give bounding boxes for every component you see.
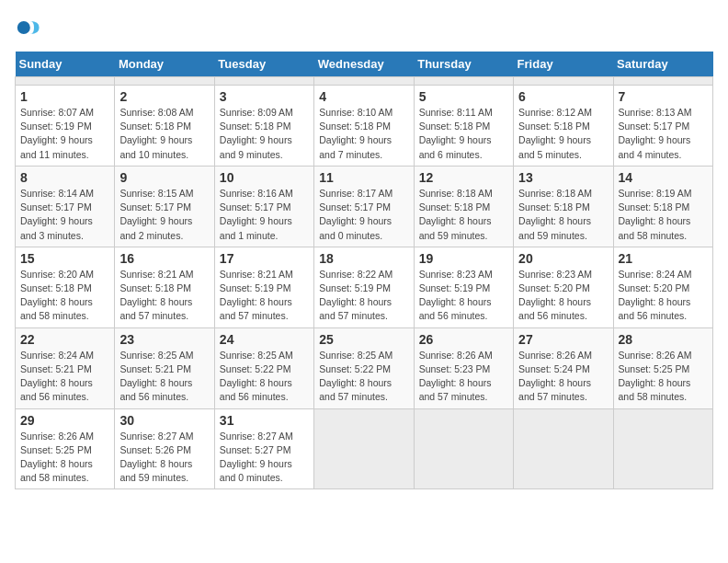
calendar-week-1: 1Sunrise: 8:07 AM Sunset: 5:19 PM Daylig… <box>16 86 713 167</box>
page-header <box>15 15 713 40</box>
calendar-week-5: 29Sunrise: 8:26 AM Sunset: 5:25 PM Dayli… <box>16 408 713 489</box>
calendar-cell: 8Sunrise: 8:14 AM Sunset: 5:17 PM Daylig… <box>16 166 115 247</box>
day-number: 24 <box>220 332 309 347</box>
day-number: 18 <box>319 251 408 266</box>
day-number: 11 <box>319 170 408 185</box>
calendar-cell <box>514 77 613 86</box>
day-number: 15 <box>20 251 109 266</box>
day-number: 28 <box>619 332 708 347</box>
day-info: Sunrise: 8:18 AM Sunset: 5:18 PM Dayligh… <box>518 187 608 243</box>
calendar-week-3: 15Sunrise: 8:20 AM Sunset: 5:18 PM Dayli… <box>16 247 713 327</box>
day-number: 27 <box>518 332 608 347</box>
calendar-cell: 16Sunrise: 8:21 AM Sunset: 5:18 PM Dayli… <box>115 247 214 327</box>
day-info: Sunrise: 8:15 AM Sunset: 5:17 PM Dayligh… <box>119 187 209 243</box>
calendar-cell: 27Sunrise: 8:26 AM Sunset: 5:24 PM Dayli… <box>514 327 613 408</box>
day-info: Sunrise: 8:17 AM Sunset: 5:17 PM Dayligh… <box>319 187 408 243</box>
calendar-cell: 13Sunrise: 8:18 AM Sunset: 5:18 PM Dayli… <box>514 166 613 247</box>
day-number: 21 <box>619 251 708 266</box>
calendar-cell <box>314 77 414 86</box>
day-number: 31 <box>220 413 309 428</box>
day-number: 7 <box>619 89 708 104</box>
day-number: 16 <box>119 251 209 266</box>
calendar-cell: 23Sunrise: 8:25 AM Sunset: 5:21 PM Dayli… <box>115 327 214 408</box>
calendar-cell: 20Sunrise: 8:23 AM Sunset: 5:20 PM Dayli… <box>514 247 613 327</box>
weekday-monday: Monday <box>115 52 214 77</box>
calendar-cell: 3Sunrise: 8:09 AM Sunset: 5:18 PM Daylig… <box>214 86 313 167</box>
svg-point-0 <box>17 21 30 34</box>
calendar-cell: 14Sunrise: 8:19 AM Sunset: 5:18 PM Dayli… <box>613 166 712 247</box>
day-info: Sunrise: 8:21 AM Sunset: 5:19 PM Dayligh… <box>220 268 309 324</box>
day-number: 22 <box>20 332 109 347</box>
calendar-cell: 6Sunrise: 8:12 AM Sunset: 5:18 PM Daylig… <box>514 86 613 167</box>
day-info: Sunrise: 8:20 AM Sunset: 5:18 PM Dayligh… <box>20 268 109 324</box>
calendar-week-0 <box>16 77 713 86</box>
calendar-cell: 29Sunrise: 8:26 AM Sunset: 5:25 PM Dayli… <box>16 408 115 489</box>
day-info: Sunrise: 8:08 AM Sunset: 5:18 PM Dayligh… <box>119 106 209 162</box>
day-number: 25 <box>319 332 408 347</box>
day-info: Sunrise: 8:19 AM Sunset: 5:18 PM Dayligh… <box>619 187 708 243</box>
calendar-cell: 26Sunrise: 8:26 AM Sunset: 5:23 PM Dayli… <box>414 327 513 408</box>
day-info: Sunrise: 8:23 AM Sunset: 5:20 PM Dayligh… <box>518 268 608 324</box>
calendar-cell: 24Sunrise: 8:25 AM Sunset: 5:22 PM Dayli… <box>214 327 313 408</box>
weekday-thursday: Thursday <box>414 52 513 77</box>
weekday-friday: Friday <box>514 52 613 77</box>
calendar-cell: 21Sunrise: 8:24 AM Sunset: 5:20 PM Dayli… <box>613 247 712 327</box>
day-number: 5 <box>419 89 508 104</box>
day-info: Sunrise: 8:09 AM Sunset: 5:18 PM Dayligh… <box>220 106 309 162</box>
day-info: Sunrise: 8:27 AM Sunset: 5:27 PM Dayligh… <box>220 430 309 486</box>
calendar-cell <box>414 77 513 86</box>
day-info: Sunrise: 8:22 AM Sunset: 5:19 PM Dayligh… <box>319 268 408 324</box>
day-number: 12 <box>419 170 508 185</box>
day-number: 23 <box>119 332 209 347</box>
day-info: Sunrise: 8:26 AM Sunset: 5:25 PM Dayligh… <box>619 349 708 405</box>
day-number: 14 <box>619 170 708 185</box>
calendar-cell <box>613 408 712 489</box>
calendar-table: SundayMondayTuesdayWednesdayThursdayFrid… <box>15 52 713 489</box>
calendar-cell: 7Sunrise: 8:13 AM Sunset: 5:17 PM Daylig… <box>613 86 712 167</box>
day-number: 9 <box>119 170 209 185</box>
calendar-cell: 4Sunrise: 8:10 AM Sunset: 5:18 PM Daylig… <box>314 86 414 167</box>
weekday-tuesday: Tuesday <box>214 52 313 77</box>
day-info: Sunrise: 8:26 AM Sunset: 5:24 PM Dayligh… <box>518 349 608 405</box>
day-number: 19 <box>419 251 508 266</box>
calendar-cell <box>514 408 613 489</box>
day-info: Sunrise: 8:25 AM Sunset: 5:22 PM Dayligh… <box>319 349 408 405</box>
day-number: 29 <box>20 413 109 428</box>
logo <box>15 15 44 40</box>
day-number: 1 <box>20 89 109 104</box>
calendar-cell: 17Sunrise: 8:21 AM Sunset: 5:19 PM Dayli… <box>214 247 313 327</box>
day-info: Sunrise: 8:10 AM Sunset: 5:18 PM Dayligh… <box>319 106 408 162</box>
day-info: Sunrise: 8:14 AM Sunset: 5:17 PM Dayligh… <box>20 187 109 243</box>
weekday-saturday: Saturday <box>613 52 712 77</box>
day-info: Sunrise: 8:27 AM Sunset: 5:26 PM Dayligh… <box>119 430 209 486</box>
day-number: 13 <box>518 170 608 185</box>
calendar-body: 1Sunrise: 8:07 AM Sunset: 5:19 PM Daylig… <box>16 77 713 489</box>
day-number: 20 <box>518 251 608 266</box>
day-number: 8 <box>20 170 109 185</box>
calendar-cell: 11Sunrise: 8:17 AM Sunset: 5:17 PM Dayli… <box>314 166 414 247</box>
day-info: Sunrise: 8:25 AM Sunset: 5:22 PM Dayligh… <box>220 349 309 405</box>
logo-icon <box>15 15 40 40</box>
day-number: 26 <box>419 332 508 347</box>
day-info: Sunrise: 8:24 AM Sunset: 5:20 PM Dayligh… <box>619 268 708 324</box>
day-info: Sunrise: 8:11 AM Sunset: 5:18 PM Dayligh… <box>419 106 508 162</box>
calendar-cell: 31Sunrise: 8:27 AM Sunset: 5:27 PM Dayli… <box>214 408 313 489</box>
weekday-wednesday: Wednesday <box>314 52 414 77</box>
calendar-week-2: 8Sunrise: 8:14 AM Sunset: 5:17 PM Daylig… <box>16 166 713 247</box>
calendar-cell <box>314 408 414 489</box>
calendar-cell: 19Sunrise: 8:23 AM Sunset: 5:19 PM Dayli… <box>414 247 513 327</box>
day-info: Sunrise: 8:18 AM Sunset: 5:18 PM Dayligh… <box>419 187 508 243</box>
calendar-week-4: 22Sunrise: 8:24 AM Sunset: 5:21 PM Dayli… <box>16 327 713 408</box>
calendar-cell <box>613 77 712 86</box>
day-info: Sunrise: 8:24 AM Sunset: 5:21 PM Dayligh… <box>20 349 109 405</box>
calendar-cell: 2Sunrise: 8:08 AM Sunset: 5:18 PM Daylig… <box>115 86 214 167</box>
calendar-cell: 22Sunrise: 8:24 AM Sunset: 5:21 PM Dayli… <box>16 327 115 408</box>
calendar-cell: 9Sunrise: 8:15 AM Sunset: 5:17 PM Daylig… <box>115 166 214 247</box>
day-info: Sunrise: 8:12 AM Sunset: 5:18 PM Dayligh… <box>518 106 608 162</box>
calendar-cell: 28Sunrise: 8:26 AM Sunset: 5:25 PM Dayli… <box>613 327 712 408</box>
day-info: Sunrise: 8:23 AM Sunset: 5:19 PM Dayligh… <box>419 268 508 324</box>
calendar-header: SundayMondayTuesdayWednesdayThursdayFrid… <box>16 52 713 77</box>
weekday-row: SundayMondayTuesdayWednesdayThursdayFrid… <box>16 52 713 77</box>
day-info: Sunrise: 8:25 AM Sunset: 5:21 PM Dayligh… <box>119 349 209 405</box>
calendar-cell: 5Sunrise: 8:11 AM Sunset: 5:18 PM Daylig… <box>414 86 513 167</box>
